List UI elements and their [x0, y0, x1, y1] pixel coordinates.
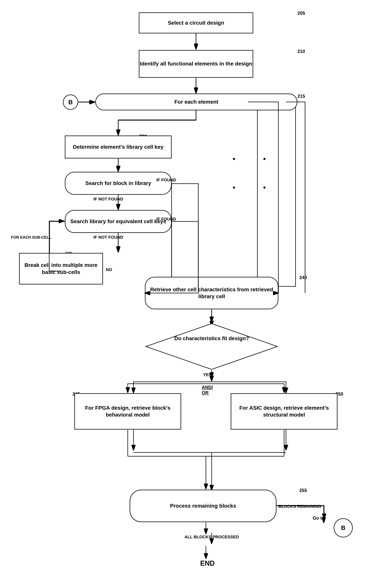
- label-215: 215: [297, 94, 305, 99]
- label-no: NO: [106, 267, 112, 272]
- label-if-found-1: IF FOUND: [156, 178, 176, 183]
- dot-1: •: [233, 155, 235, 163]
- node-determine-key: Determine element's library cell key: [65, 136, 172, 158]
- dot-4: •: [263, 183, 266, 192]
- label-if-found-2: IF FOUND: [156, 217, 176, 222]
- node-identify-elements: Identify all functional elements in the …: [139, 50, 253, 78]
- label-240: 240: [299, 275, 307, 280]
- node-break-cell: Break cell into multiple more basic sub-…: [19, 253, 103, 285]
- node-process-remaining: Process remaining blocks: [130, 490, 277, 522]
- label-and-or: AND/OR: [202, 385, 213, 395]
- node-retrieve-characteristics: Retrieve other cell characteristics from…: [145, 277, 278, 309]
- diamond-characteristics: Do characteristics fit design?: [145, 323, 278, 370]
- label-all-blocks: ALL BLOCKS PROCESSED: [181, 534, 242, 539]
- dot-2: •: [233, 183, 235, 192]
- label-end: END: [200, 559, 215, 567]
- node-asic-design: For ASIC design, retrieve element's stru…: [231, 393, 337, 430]
- label-for-each-subcell: FOR EACH SUB-CELL: [11, 235, 51, 240]
- label-go-to: Go to: [313, 515, 325, 521]
- node-select-circuit: Select a circuit design: [139, 12, 253, 33]
- node-search-block: Search for block in library: [65, 172, 172, 195]
- label-blocks-remaining: BLOCKS REMAINING: [278, 504, 321, 509]
- label-210: 210: [297, 49, 305, 54]
- label-if-not-found-1: IF NOT FOUND: [93, 197, 123, 202]
- node-for-each-element: For each element: [95, 94, 297, 110]
- circle-b-input: B: [63, 95, 78, 110]
- label-if-not-found-2: IF NOT FOUND: [93, 235, 123, 240]
- flowchart-diagram: 205 Select a circuit design 210 Identify…: [0, 0, 392, 575]
- dot-3: •: [263, 155, 266, 163]
- label-205: 205: [297, 10, 305, 16]
- node-fpga-design: For FPGA design, retrieve block's behavi…: [74, 393, 181, 430]
- label-yes: YES: [203, 372, 211, 377]
- circle-b-output: B: [334, 518, 353, 537]
- label-255: 255: [299, 488, 307, 493]
- node-search-equivalent: Search library for equivalent cell keys: [65, 210, 172, 233]
